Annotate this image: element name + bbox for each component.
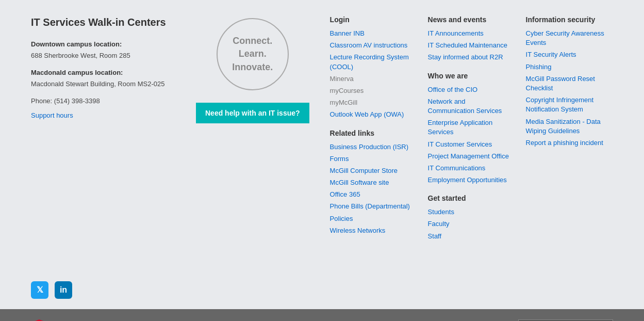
circle-logo: Connect. Learn. Innovate.: [217, 18, 289, 90]
list-item: McGill Software site: [330, 178, 412, 187]
project-mgmt-link[interactable]: Project Management Office: [428, 152, 509, 160]
circle-line3: Innovate.: [232, 61, 273, 74]
it-maintenance-link[interactable]: IT Scheduled Maintenance: [428, 41, 507, 49]
downtown-label: Downtown campus location:: [31, 39, 175, 50]
computer-store-link[interactable]: McGill Computer Store: [330, 167, 398, 174]
mymcgill-link[interactable]: myMcGill: [330, 99, 357, 106]
list-item: Faculty: [428, 219, 510, 229]
owa-link[interactable]: Outlook Web App (OWA): [330, 110, 404, 118]
related-links-list: Business Production (ISR) Forms McGill C…: [330, 142, 412, 236]
list-item: Outlook Web App (OWA): [330, 110, 412, 119]
get-started-list: Students Faculty Staff: [428, 207, 510, 241]
list-item: Project Management Office: [428, 152, 510, 161]
faculty-link[interactable]: Faculty: [428, 220, 450, 228]
list-item: Forms: [330, 154, 412, 164]
lecture-recording-link[interactable]: Lecture Recording System (COOL): [330, 53, 409, 70]
walkin-title: IT Services Walk-in Centers: [31, 15, 175, 29]
phone-number: Phone: (514) 398-3398: [31, 96, 175, 106]
list-item: IT Security Alerts: [526, 50, 613, 59]
media-sanitization-link[interactable]: Media Sanitization - Data Wiping Guideli…: [526, 118, 601, 135]
twitter-icon[interactable]: 𝕏: [31, 281, 48, 299]
list-item: IT Communications: [428, 164, 510, 173]
left-section: IT Services Walk-in Centers Downtown cam…: [31, 15, 175, 250]
forms-link[interactable]: Forms: [330, 155, 349, 163]
list-item: IT Customer Services: [428, 140, 510, 149]
cyber-awareness-link[interactable]: Cyber Security Awareness Events: [526, 29, 604, 46]
list-item: Network and Communication Services: [428, 97, 510, 116]
business-production-link[interactable]: Business Production (ISR): [330, 143, 408, 151]
minerva-link[interactable]: Minerva: [330, 75, 354, 83]
list-item: Cyber Security Awareness Events: [526, 29, 613, 47]
list-item: Staff: [428, 232, 510, 241]
list-item: Banner INB: [330, 29, 412, 38]
list-item: Lecture Recording System (COOL): [330, 53, 412, 71]
list-item: Students: [428, 207, 510, 217]
employment-link[interactable]: Employment Opportunities: [428, 176, 507, 184]
banner-inb-link[interactable]: Banner INB: [330, 29, 365, 37]
report-phishing-link[interactable]: Report a phishing incident: [526, 139, 603, 147]
related-links-heading: Related links: [330, 129, 412, 137]
news-events-list: IT Announcements IT Scheduled Maintenanc…: [428, 29, 510, 62]
network-comm-link[interactable]: Network and Communication Services: [428, 98, 502, 115]
main-content: IT Services Walk-in Centers Downtown cam…: [0, 0, 644, 271]
news-events-heading: News and events: [428, 15, 510, 24]
circle-line2: Learn.: [239, 47, 267, 60]
list-item: Wireless Networks: [330, 226, 412, 235]
footer-bar: M McGill Copyright © 2017 McGill Univers…: [0, 309, 644, 321]
list-item: myCourses: [330, 86, 412, 95]
copyright-infringement-link[interactable]: Copyright Infringement Notification Syst…: [526, 96, 594, 113]
linkedin-icon[interactable]: in: [55, 281, 72, 299]
list-item: Report a phishing incident: [526, 138, 613, 148]
office365-link[interactable]: Office 365: [330, 190, 360, 198]
social-bar: 𝕏 in: [0, 271, 644, 309]
cio-link[interactable]: Office of the CIO: [428, 86, 478, 93]
list-item: McGill Computer Store: [330, 166, 412, 175]
who-we-are-list: Office of the CIO Network and Communicat…: [428, 85, 510, 185]
list-item: Office of the CIO: [428, 85, 510, 94]
list-item: Minerva: [330, 74, 412, 84]
staff-link[interactable]: Staff: [428, 232, 442, 240]
list-item: Media Sanitization - Data Wiping Guideli…: [526, 117, 613, 136]
login-related-column: Login Banner INB Classroom AV instructio…: [330, 15, 412, 250]
who-we-are-heading: Who we are: [428, 72, 510, 80]
support-hours-link[interactable]: Support hours: [31, 111, 73, 119]
list-item: Stay informed about R2R: [428, 53, 510, 62]
it-comms-link[interactable]: IT Communications: [428, 164, 486, 172]
list-item: IT Scheduled Maintenance: [428, 41, 510, 50]
password-reset-link[interactable]: McGill Password Reset Checklist: [526, 75, 595, 92]
enterprise-app-link[interactable]: Enterprise Application Services: [428, 119, 493, 136]
it-announcements-link[interactable]: IT Announcements: [428, 29, 484, 37]
mycourses-link[interactable]: myCourses: [330, 87, 364, 94]
info-security-list: Cyber Security Awareness Events IT Secur…: [526, 29, 613, 148]
login-list: Banner INB Classroom AV instructions Lec…: [330, 29, 412, 120]
classroom-av-link[interactable]: Classroom AV instructions: [330, 41, 408, 49]
list-item: IT Announcements: [428, 29, 510, 38]
students-link[interactable]: Students: [428, 208, 454, 216]
list-item: Office 365: [330, 190, 412, 199]
list-item: McGill Password Reset Checklist: [526, 74, 613, 93]
phishing-link[interactable]: Phishing: [526, 63, 552, 71]
list-item: myMcGill: [330, 98, 412, 107]
circle-line1: Connect.: [233, 35, 272, 47]
software-site-link[interactable]: McGill Software site: [330, 179, 389, 186]
list-item: Copyright Infringement Notification Syst…: [526, 95, 613, 114]
login-heading: Login: [330, 15, 412, 24]
list-item: Business Production (ISR): [330, 142, 412, 152]
wireless-networks-link[interactable]: Wireless Networks: [330, 227, 386, 234]
right-sections: Login Banner INB Classroom AV instructio…: [330, 15, 613, 250]
macdonald-label: Macdonald campus location:: [31, 68, 175, 78]
phone-bills-link[interactable]: Phone Bills (Departmental): [330, 202, 410, 210]
list-item: Enterprise Application Services: [428, 118, 510, 137]
list-item: Phishing: [526, 62, 613, 72]
info-security-heading: Information security: [526, 15, 613, 24]
list-item: Policies: [330, 214, 412, 223]
it-security-alerts-link[interactable]: IT Security Alerts: [526, 51, 576, 58]
get-started-heading: Get started: [428, 194, 510, 202]
list-item: Employment Opportunities: [428, 175, 510, 185]
policies-link[interactable]: Policies: [330, 215, 353, 222]
center-section: Connect. Learn. Innovate. Need help with…: [196, 15, 309, 250]
r2r-link[interactable]: Stay informed about R2R: [428, 53, 503, 61]
it-customer-link[interactable]: IT Customer Services: [428, 140, 492, 148]
help-button[interactable]: Need help with an IT issue?: [196, 103, 309, 123]
info-security-column: Information security Cyber Security Awar…: [526, 15, 613, 250]
